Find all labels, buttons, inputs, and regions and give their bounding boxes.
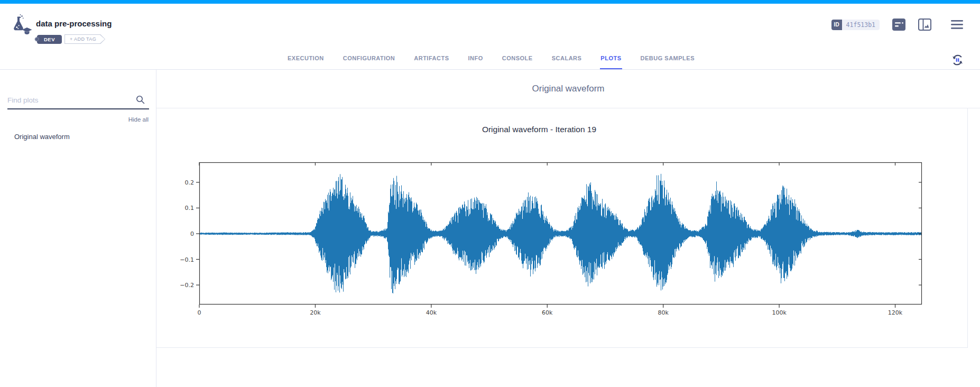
- menu-button[interactable]: [951, 20, 963, 29]
- experiment-icon: [10, 14, 33, 37]
- task-id-value: 41f513b1: [842, 20, 880, 30]
- svg-text:20k: 20k: [310, 309, 321, 316]
- search-icon: [136, 95, 145, 106]
- svg-text:120k: 120k: [888, 309, 903, 316]
- task-header: data pre-processing DEV + ADD TAG ID 41f…: [0, 4, 980, 47]
- tag-row: DEV + ADD TAG: [37, 34, 105, 44]
- gear-icon: [34, 36, 40, 42]
- svg-text:0: 0: [190, 231, 194, 237]
- tab-artifacts[interactable]: ARTIFACTS: [413, 47, 449, 69]
- details-button[interactable]: [892, 19, 905, 31]
- plots-sidebar: Hide all Original waveform: [0, 70, 156, 387]
- task-title: data pre-processing: [36, 19, 112, 28]
- svg-text:0.2: 0.2: [185, 179, 195, 186]
- plot-search-row: [7, 95, 149, 109]
- svg-text:40k: 40k: [426, 309, 437, 316]
- tab-plots[interactable]: PLOTS: [600, 47, 622, 69]
- add-tag-label: + ADD TAG: [65, 35, 105, 43]
- content-area: Hide all Original waveform Original wave…: [0, 70, 980, 387]
- graph-panel-icon: [918, 19, 931, 31]
- autorefresh-button[interactable]: [951, 53, 964, 69]
- tab-console[interactable]: CONSOLE: [502, 47, 533, 69]
- plot-search-input[interactable]: [7, 96, 129, 104]
- plots-panel: Original waveform Original waveform - It…: [156, 70, 980, 387]
- id-badge: ID: [831, 20, 842, 30]
- menu-icon: [951, 20, 963, 29]
- tab-bar: EXECUTION CONFIGURATION ARTIFACTS INFO C…: [0, 47, 980, 70]
- tag-label: DEV: [44, 36, 55, 42]
- autorefresh-pause-icon: [951, 53, 964, 67]
- svg-text:−0.2: −0.2: [180, 282, 194, 289]
- svg-text:0: 0: [198, 309, 201, 316]
- plot-list-item[interactable]: Original waveform: [0, 130, 156, 144]
- task-id-chip[interactable]: ID 41f513b1: [831, 20, 880, 30]
- plot-group-header: Original waveform: [156, 70, 980, 108]
- hide-all-link[interactable]: Hide all: [0, 116, 149, 123]
- clearml-task-page: COMPLETED data pre-processing: [0, 0, 980, 387]
- svg-text:60k: 60k: [542, 309, 553, 316]
- tag-chip-dev[interactable]: DEV: [37, 35, 62, 44]
- tab-execution[interactable]: EXECUTION: [287, 47, 325, 69]
- waveform-chart[interactable]: 020k40k60k80k100k120k−0.2−0.100.10.2: [199, 162, 922, 305]
- tabs: EXECUTION CONFIGURATION ARTIFACTS INFO C…: [287, 47, 695, 69]
- svg-text:−0.1: −0.1: [180, 256, 194, 263]
- tab-scalars[interactable]: SCALARS: [551, 47, 583, 69]
- plot-list: Original waveform: [0, 130, 156, 144]
- svg-text:0.1: 0.1: [185, 205, 195, 211]
- tab-info[interactable]: INFO: [468, 47, 484, 69]
- plot-card[interactable]: Original waveform - Iteration 19 020k40k…: [156, 108, 968, 348]
- details-icon: [892, 19, 905, 31]
- graph-panel-button[interactable]: [918, 19, 931, 31]
- add-tag-button[interactable]: + ADD TAG: [64, 34, 105, 44]
- header-actions: ID 41f513b1: [831, 19, 963, 31]
- plot-title: Original waveform - Iteration 19: [156, 125, 922, 134]
- tab-debug-samples[interactable]: DEBUG SAMPLES: [640, 47, 695, 69]
- svg-text:100k: 100k: [772, 309, 787, 316]
- tab-configuration[interactable]: CONFIGURATION: [343, 47, 396, 69]
- svg-text:80k: 80k: [658, 309, 669, 316]
- status-color-strip: [0, 0, 980, 4]
